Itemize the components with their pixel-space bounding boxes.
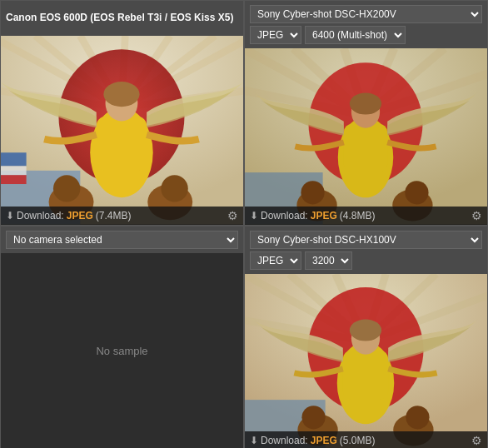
top-right-image-panel: ⬇ Download: JPEG (4.8MB) ⚙ [245, 48, 487, 225]
bottom-right-download-left: ⬇ Download: JPEG (5.0MB) [250, 435, 375, 446]
bottom-left-image-panel: No sample [1, 253, 243, 448]
svg-point-57 [301, 406, 325, 429]
no-sample-label: No sample [96, 345, 147, 357]
svg-rect-34 [344, 124, 387, 172]
bottom-right-header: Sony Cyber-shot DSC-HX100V Sony Cyber-sh… [245, 226, 487, 274]
svg-rect-52 [343, 350, 388, 399]
bottom-right-inline-selects: JPEG RAW 3200 1600 800 400 [250, 251, 482, 270]
top-right-cell: Sony Cyber-shot DSC-HX200V Sony Cyber-sh… [244, 0, 488, 226]
top-right-header: Sony Cyber-shot DSC-HX200V Sony Cyber-sh… [245, 1, 487, 48]
svg-rect-20 [1, 152, 27, 166]
svg-rect-13 [97, 117, 147, 171]
top-right-download-left: ⬇ Download: JPEG (4.8MB) [250, 210, 375, 222]
bottom-right-download-type[interactable]: JPEG [311, 435, 337, 446]
bottom-right-gear-icon[interactable]: ⚙ [471, 434, 482, 447]
top-right-iso-select[interactable]: 6400 (Multi-shot) 3200 1600 800 [305, 26, 406, 44]
top-right-download-icon: ⬇ [250, 210, 258, 222]
bottom-right-sample-image [245, 274, 487, 448]
bottom-left-camera-select[interactable]: No camera selected Canon EOS 600D Sony C… [6, 231, 238, 249]
top-right-download-size: (4.8MB) [340, 210, 376, 222]
top-left-gear-icon[interactable]: ⚙ [227, 209, 238, 222]
svg-point-40 [405, 181, 428, 204]
bottom-right-cell: Sony Cyber-shot DSC-HX100V Sony Cyber-sh… [244, 226, 488, 448]
top-left-image-panel: ⬇ Download: JPEG (7.4MB) ⚙ [1, 36, 243, 225]
svg-point-36 [350, 92, 381, 114]
top-left-cell: Canon EOS 600D (EOS Rebel T3i / EOS Kiss… [0, 0, 244, 226]
svg-point-58 [406, 406, 429, 429]
bottom-right-image-panel: ⬇ Download: JPEG (5.0MB) ⚙ [245, 274, 487, 448]
top-left-download-bar: ⬇ Download: JPEG (7.4MB) ⚙ [1, 207, 243, 225]
top-left-sample-image [1, 36, 243, 225]
top-right-camera-select[interactable]: Sony Cyber-shot DSC-HX200V Sony Cyber-sh… [250, 5, 482, 23]
top-right-sample-image [245, 48, 487, 225]
bottom-right-download-label[interactable]: Download: [261, 435, 308, 446]
svg-point-18 [53, 175, 80, 202]
svg-point-15 [103, 82, 139, 107]
svg-point-54 [350, 319, 381, 341]
bottom-right-iso-select[interactable]: 3200 1600 800 400 [305, 251, 352, 270]
bottom-right-format-select[interactable]: JPEG RAW [250, 251, 301, 270]
main-grid: Canon EOS 600D (EOS Rebel T3i / EOS Kiss… [0, 0, 488, 448]
svg-point-39 [301, 181, 324, 204]
svg-point-19 [161, 175, 187, 202]
bottom-right-download-bar: ⬇ Download: JPEG (5.0MB) ⚙ [245, 431, 487, 448]
bottom-right-camera-select[interactable]: Sony Cyber-shot DSC-HX100V Sony Cyber-sh… [250, 231, 482, 249]
top-right-download-type[interactable]: JPEG [311, 210, 337, 222]
top-left-download-left: ⬇ Download: JPEG (7.4MB) [6, 210, 131, 222]
top-left-download-size: (7.4MB) [96, 210, 132, 222]
top-right-download-bar: ⬇ Download: JPEG (4.8MB) ⚙ [245, 207, 487, 225]
bottom-right-download-icon: ⬇ [250, 435, 258, 446]
top-right-inline-selects: JPEG RAW 6400 (Multi-shot) 3200 1600 800 [250, 26, 482, 44]
top-left-camera-title: Canon EOS 600D (EOS Rebel T3i / EOS Kiss… [6, 12, 233, 25]
bottom-right-download-size: (5.0MB) [340, 435, 376, 446]
top-left-download-label[interactable]: Download: [17, 210, 64, 222]
top-right-download-label[interactable]: Download: [261, 210, 308, 222]
bottom-left-cell: No camera selected Canon EOS 600D Sony C… [0, 226, 244, 448]
top-right-gear-icon[interactable]: ⚙ [471, 209, 482, 222]
svg-rect-21 [1, 166, 27, 175]
bottom-left-header: No camera selected Canon EOS 600D Sony C… [1, 226, 243, 253]
svg-rect-22 [1, 175, 27, 184]
top-right-format-select[interactable]: JPEG RAW [250, 26, 301, 44]
top-left-download-type[interactable]: JPEG [67, 210, 93, 222]
top-left-header: Canon EOS 600D (EOS Rebel T3i / EOS Kiss… [1, 1, 243, 36]
top-left-download-icon: ⬇ [6, 210, 14, 222]
